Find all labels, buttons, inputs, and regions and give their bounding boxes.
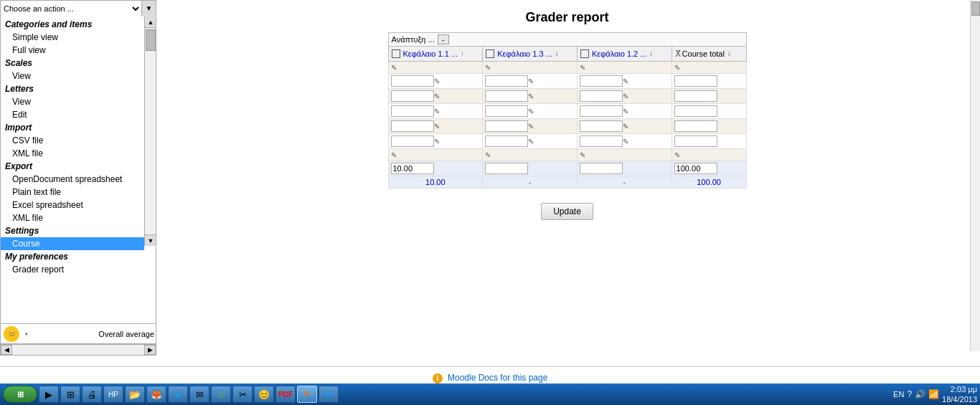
- sidebar-item-csv-file[interactable]: CSV file: [1, 134, 144, 147]
- sidebar-item-scales-view[interactable]: View: [1, 70, 144, 82]
- time-display: 2:03 μμ: [942, 384, 977, 394]
- grade-input[interactable]: [485, 105, 528, 117]
- grade-input[interactable]: [391, 75, 434, 87]
- sort-icon-2[interactable]: ↕: [555, 50, 559, 57]
- expand-button[interactable]: -: [438, 34, 449, 44]
- scroll-thumb[interactable]: [146, 29, 156, 51]
- overall-input-3[interactable]: [580, 163, 623, 174]
- sidebar-item-course[interactable]: Course: [1, 237, 144, 250]
- col-link-1[interactable]: Κεφάλαιο 1.1 ...: [403, 49, 458, 58]
- grade-input[interactable]: [485, 75, 528, 87]
- taskbar-btn-folder[interactable]: 📂: [125, 386, 145, 403]
- taskbar-btn-smiley[interactable]: 😊: [254, 386, 274, 403]
- table-row: ✎ ✎ ✎: [388, 89, 746, 104]
- sidebar-item-xml-file-import[interactable]: XML file: [1, 147, 144, 160]
- grade-input[interactable]: [485, 90, 528, 102]
- taskbar-btn-ie[interactable]: e: [168, 386, 188, 403]
- table-cell: ✎: [483, 104, 578, 119]
- help-icon[interactable]: ?: [907, 389, 912, 399]
- grade-input[interactable]: [580, 105, 623, 117]
- taskbar-btn-word[interactable]: W: [319, 386, 339, 403]
- sidebar-scrollbar[interactable]: ▲ ▼: [144, 16, 156, 246]
- sidebar-horizontal-scroll[interactable]: ◀ ▶: [0, 344, 156, 356]
- col-header-2: Κεφάλαιο 1.3 ... ↕: [483, 47, 578, 62]
- action-dropdown[interactable]: Choose an action ...: [1, 1, 141, 16]
- taskbar-btn-chrome[interactable]: ⊙: [211, 386, 231, 403]
- section-letters: Letters: [1, 82, 144, 95]
- speaker-icon[interactable]: 🔊: [915, 389, 925, 399]
- grade-input[interactable]: [674, 105, 717, 117]
- table-cell: ✎: [388, 149, 483, 161]
- grade-input[interactable]: [674, 135, 717, 147]
- table-cell: ✎: [483, 149, 578, 161]
- hscroll-left[interactable]: ◀: [1, 345, 12, 355]
- sidebar-item-xml-file-export[interactable]: XML file: [1, 211, 144, 224]
- taskbar-btn-mail[interactable]: ✉: [189, 386, 209, 403]
- grade-input[interactable]: [674, 90, 717, 102]
- update-button-area: Update: [161, 203, 973, 220]
- footer-area: ℹ Moodle Docs for this page: [0, 366, 980, 383]
- overall-cell-1: [388, 161, 483, 176]
- grade-input[interactable]: [580, 90, 623, 102]
- expand-label: Ανάπτυξη ...: [392, 35, 435, 44]
- taskbar-btn-media[interactable]: ▶: [39, 386, 59, 403]
- taskbar-btn-pdf[interactable]: PDF: [275, 386, 296, 403]
- taskbar-btn-printer[interactable]: 🖨: [82, 386, 102, 403]
- grade-table: Κεφάλαιο 1.1 ... ↑ Κεφάλαιο 1.3 ... ↕: [388, 46, 747, 189]
- sidebar-item-full-view[interactable]: Full view: [1, 44, 144, 57]
- sidebar-item-simple-view[interactable]: Simple view: [1, 31, 144, 44]
- taskbar-btn-explorer[interactable]: ⊞: [60, 386, 80, 403]
- sidebar-item-opendoc[interactable]: OpenDocument spreadsheet: [1, 173, 144, 186]
- sidebar-item-grader-report[interactable]: Grader report: [1, 263, 144, 276]
- grade-input[interactable]: [391, 105, 434, 117]
- dropdown-arrow[interactable]: ▼: [141, 1, 156, 16]
- expand-row: Ανάπτυξη ... -: [388, 32, 747, 46]
- grade-input[interactable]: [485, 135, 528, 147]
- col-link-3[interactable]: Κεφάλαιο 1.2 ...: [592, 49, 647, 58]
- col-link-2[interactable]: Κεφάλαιο 1.3 ...: [497, 49, 552, 58]
- taskbar-btn-ppt[interactable]: P: [297, 386, 317, 403]
- taskbar-btn-firefox[interactable]: 🦊: [146, 386, 166, 403]
- pencil-icon: ✎: [485, 151, 491, 159]
- start-button[interactable]: ⊞: [3, 386, 37, 403]
- overall-input-1[interactable]: [391, 163, 434, 174]
- grade-input[interactable]: [674, 120, 717, 132]
- table-cell: ✎: [577, 74, 672, 89]
- grade-input[interactable]: [580, 135, 623, 147]
- section-my-preferences: My preferences: [1, 250, 144, 263]
- moodle-docs-link[interactable]: Moodle Docs for this page: [448, 373, 547, 383]
- update-button[interactable]: Update: [541, 203, 593, 220]
- footer-row: 10.00 - - 100.00: [388, 176, 746, 189]
- overall-input-2[interactable]: [485, 163, 528, 174]
- sidebar-item-plain-text[interactable]: Plain text file: [1, 186, 144, 199]
- sort-icon-3[interactable]: ↕: [649, 50, 653, 57]
- pencil-icon: ✎: [391, 151, 397, 159]
- network-icon[interactable]: 📶: [928, 389, 939, 399]
- grade-input[interactable]: [485, 120, 528, 132]
- scroll-down-button[interactable]: ▼: [145, 234, 156, 246]
- table-row: ✎ ✎ ✎: [388, 134, 746, 149]
- taskbar-btn-hp[interactable]: HP: [103, 386, 123, 403]
- grade-input[interactable]: [580, 75, 623, 87]
- hscroll-right[interactable]: ▶: [144, 345, 156, 355]
- sidebar-item-letters-view[interactable]: View: [1, 95, 144, 108]
- table-cell: ✎: [388, 119, 483, 134]
- right-scrollbar[interactable]: [970, 0, 980, 351]
- grade-input[interactable]: [580, 120, 623, 132]
- checkbox-icon-2: [486, 49, 494, 58]
- taskbar-btn-scissors[interactable]: ✂: [232, 386, 253, 403]
- sidebar-item-letters-edit[interactable]: Edit: [1, 108, 144, 121]
- grade-table-wrapper: Ανάπτυξη ... - Κεφάλαιο 1.1 ... ↑: [388, 32, 747, 189]
- section-scales: Scales: [1, 57, 144, 70]
- grade-input[interactable]: [391, 135, 434, 147]
- grade-input[interactable]: [674, 75, 717, 87]
- right-scrollbar-thumb[interactable]: [971, 1, 980, 16]
- sort-icon-total[interactable]: ↕: [727, 50, 731, 57]
- scroll-up-button[interactable]: ▲: [145, 16, 156, 28]
- table-cell: ✎: [483, 134, 578, 149]
- grade-input[interactable]: [391, 120, 434, 132]
- sort-icon-1[interactable]: ↑: [461, 50, 464, 57]
- sidebar-item-excel[interactable]: Excel spreadsheet: [1, 199, 144, 211]
- overall-input-4[interactable]: [674, 163, 717, 174]
- grade-input[interactable]: [391, 90, 434, 102]
